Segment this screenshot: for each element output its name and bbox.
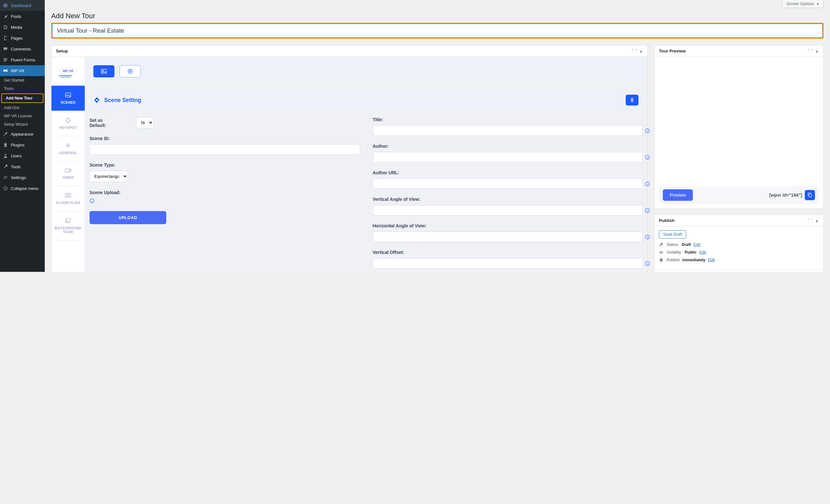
set-default-label: Set as Default: [90, 118, 117, 128]
collapse-icon [3, 186, 8, 191]
scene-title-input[interactable] [373, 125, 643, 136]
metabox-up-icon[interactable]: ˄ [807, 218, 809, 223]
tab-general[interactable]: GENERAL [52, 136, 85, 161]
page-icon [3, 35, 8, 41]
save-draft-button[interactable]: Save Draft [659, 230, 686, 239]
tab-label: FLOOR PLAN [56, 201, 80, 205]
sub-item-add-new-tour[interactable]: Add New Tour [1, 93, 43, 103]
sidebar-label: Posts [11, 14, 22, 19]
sidebar-label: Pages [11, 36, 23, 41]
scene-setting-title: Scene Setting [104, 97, 141, 104]
tab-label: HOTSPOT [59, 126, 77, 129]
edit-schedule-link[interactable]: Edit [708, 258, 715, 262]
user-icon [3, 153, 8, 159]
visibility-value: Public [684, 250, 697, 255]
edit-visibility-link[interactable]: Edit [699, 250, 706, 255]
visibility-label: Visibility: [667, 250, 682, 255]
scene-chip-active[interactable] [93, 65, 115, 77]
tab-floor-plan[interactable]: FLOOR PLAN [52, 186, 85, 211]
info-icon[interactable] [645, 128, 650, 133]
sidebar-item-settings[interactable]: Settings [0, 172, 45, 183]
upload-button[interactable]: UPLOAD [90, 211, 166, 224]
key-icon [659, 243, 664, 247]
sub-item-license[interactable]: WP VR License [0, 112, 45, 120]
sidebar-item-tools[interactable]: Tools [0, 161, 45, 172]
metabox-down-icon[interactable]: ˅ [811, 49, 813, 54]
metabox-collapse-icon[interactable]: ▲ [639, 49, 643, 54]
scene-id-label: Scene ID: [90, 136, 360, 141]
tab-video[interactable]: VIDEO [52, 161, 85, 186]
vangle-label: Vertical Angle of View: [373, 197, 643, 202]
setup-metabox: Setup ˄ ˅ ▲ WP VR [51, 45, 648, 272]
sub-item-get-started[interactable]: Get Started [0, 76, 45, 85]
sub-item-setup-wizard[interactable]: Setup Wizard [0, 120, 45, 129]
copy-shortcode-button[interactable] [805, 190, 815, 200]
tour-title-input[interactable] [52, 24, 823, 38]
set-default-select[interactable]: No [136, 117, 154, 128]
sidebar-item-wp-vr[interactable]: WP VR [0, 65, 45, 76]
wpvr-logo-badge: WP VR [60, 68, 76, 74]
sidebar-label: Tools [11, 164, 21, 169]
map-icon [65, 192, 71, 198]
scene-chip-add[interactable] [120, 65, 141, 77]
pin-icon [3, 13, 8, 19]
vr-icon [3, 68, 8, 73]
tab-background-tour[interactable]: BACKGROUND TOUR [52, 211, 85, 241]
metabox-down-icon[interactable]: ˅ [635, 49, 637, 54]
sub-item-add-ons[interactable]: Add-Ons [0, 104, 45, 112]
tab-label: GENERAL [59, 151, 77, 155]
preview-metabox-title: Tour Preview [659, 49, 686, 54]
hangle-input[interactable] [373, 231, 643, 242]
delete-scene-button[interactable] [626, 95, 638, 105]
metabox-up-icon[interactable]: ˄ [807, 49, 809, 54]
sub-item-tours[interactable]: Tours [0, 85, 45, 93]
sidebar-label: Settings [11, 175, 26, 180]
preview-canvas [659, 61, 819, 186]
author-input[interactable] [373, 152, 643, 162]
sidebar-item-dashboard[interactable]: Dashboard [0, 0, 45, 11]
shortcode-text: [wpvr id="166"] [769, 192, 802, 198]
sidebar-item-media[interactable]: Media [0, 22, 45, 33]
tab-scenes[interactable]: SCENES [52, 86, 85, 111]
metabox-down-icon[interactable]: ˅ [811, 218, 813, 223]
sidebar-item-collapse[interactable]: Collapse menu [0, 183, 45, 194]
settings-icon [3, 175, 8, 180]
status-value: Draft [682, 243, 691, 247]
sidebar-label: Users [11, 154, 22, 158]
admin-sidebar: Dashboard Posts Media Pages Comments Flu… [0, 0, 45, 272]
info-icon[interactable] [645, 208, 650, 213]
calendar-icon [659, 258, 664, 262]
info-icon[interactable] [90, 198, 360, 203]
sidebar-item-comments[interactable]: Comments [0, 43, 45, 54]
sidebar-item-appearance[interactable]: Appearance [0, 129, 45, 139]
info-icon[interactable] [645, 234, 650, 240]
sidebar-item-pages[interactable]: Pages [0, 33, 45, 43]
sidebar-item-plugins[interactable]: Plugins [0, 139, 45, 150]
edit-status-link[interactable]: Edit [694, 243, 701, 247]
author-url-input[interactable] [373, 179, 643, 189]
preview-button[interactable]: Preview [663, 189, 693, 201]
voffset-input[interactable] [373, 258, 643, 269]
metabox-collapse-icon[interactable]: ▲ [815, 218, 819, 223]
info-icon[interactable] [645, 181, 650, 186]
vangle-input[interactable] [373, 205, 643, 216]
metabox-up-icon[interactable]: ˄ [632, 49, 633, 54]
sidebar-item-users[interactable]: Users [0, 150, 45, 161]
scene-id-input[interactable] [90, 144, 360, 155]
svg-point-2 [66, 118, 70, 123]
screen-options-button[interactable]: Screen Options ▼ [782, 0, 824, 8]
scene-type-select[interactable]: Equirectangular [90, 171, 128, 182]
author-label: Author: [373, 144, 643, 149]
metabox-collapse-icon[interactable]: ▲ [815, 49, 819, 54]
sidebar-item-posts[interactable]: Posts [0, 11, 45, 22]
sidebar-item-fluent-forms[interactable]: Fluent Forms [0, 54, 45, 65]
tab-hotspot[interactable]: HOTSPOT [52, 111, 85, 136]
setup-tabs: WP VR SCENES [52, 57, 85, 272]
wrench-icon [3, 164, 8, 169]
image-icon [65, 92, 71, 98]
hangle-label: Horizontal Angle of View: [373, 223, 643, 228]
info-icon[interactable] [645, 261, 650, 266]
info-icon[interactable] [645, 155, 650, 160]
layers-icon [65, 218, 71, 224]
sidebar-label: Plugins [11, 143, 25, 148]
